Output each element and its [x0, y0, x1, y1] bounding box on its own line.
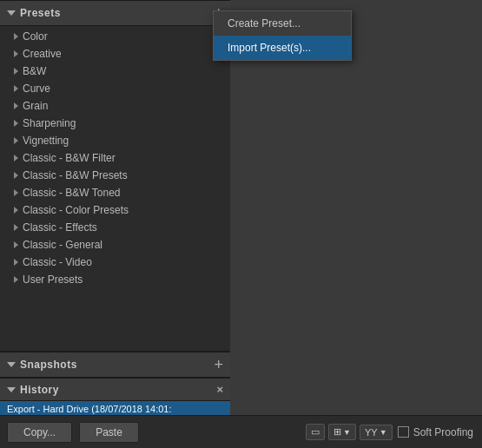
copy-button[interactable]: Copy...	[7, 422, 72, 443]
preset-expand-icon	[14, 207, 18, 214]
left-panel: Presets + ColorCreativeB&WCurveGrainShar…	[0, 0, 230, 448]
snapshots-title: Snapshots	[20, 359, 77, 371]
snapshots-collapse-icon	[7, 362, 16, 367]
preset-item[interactable]: Color	[0, 28, 230, 45]
preset-expand-icon	[14, 68, 18, 75]
preset-item[interactable]: Classic - Effects	[0, 219, 230, 236]
preset-item-label: Sharpening	[23, 117, 76, 129]
preset-item[interactable]: Grain	[0, 97, 230, 115]
preset-expand-icon	[14, 120, 18, 127]
context-menu: Create Preset...Import Preset(s)...	[213, 10, 352, 61]
preset-item-label: Grain	[23, 100, 48, 112]
preset-expand-icon	[14, 137, 18, 144]
toolbar-icons: ▭ ⊞ ▼ YY ▼	[306, 424, 393, 440]
presets-collapse-icon	[7, 10, 16, 16]
rect-view-button[interactable]: ▭	[306, 424, 325, 440]
preset-item[interactable]: Creative	[0, 45, 230, 63]
preset-item-label: Color	[23, 30, 48, 43]
preset-expand-icon	[14, 259, 18, 266]
grid-icon: ⊞	[333, 426, 341, 438]
preset-expand-icon	[14, 224, 18, 231]
preset-item-label: Classic - Color Presets	[23, 204, 129, 216]
preset-expand-icon	[14, 85, 18, 92]
right-panel	[230, 0, 482, 448]
preset-item-label: User Presets	[23, 273, 83, 286]
presets-title: Presets	[20, 7, 61, 19]
preset-item[interactable]: Classic - General	[0, 236, 230, 254]
preset-expand-icon	[14, 155, 18, 161]
rect-icon: ▭	[311, 426, 320, 438]
soft-proofing-label: Soft Proofing	[413, 426, 473, 438]
compare-icon: YY	[365, 427, 378, 438]
history-collapse-icon	[7, 387, 16, 392]
history-header-left: History	[7, 384, 59, 396]
preset-expand-icon	[14, 241, 18, 248]
preset-item-label: Classic - General	[23, 239, 102, 251]
preset-expand-icon	[14, 102, 18, 109]
snapshots-header-left: Snapshots	[7, 359, 77, 371]
preset-item-label: Classic - B&W Presets	[23, 169, 128, 181]
preset-expand-icon	[14, 276, 18, 283]
grid-view-button[interactable]: ⊞ ▼	[328, 424, 356, 440]
snapshots-section-header[interactable]: Snapshots +	[0, 352, 230, 378]
soft-proofing-toggle[interactable]: Soft Proofing	[398, 426, 473, 438]
history-close-button[interactable]: ×	[216, 383, 223, 396]
preset-item-label: Vignetting	[23, 135, 69, 147]
preset-item[interactable]: Classic - Color Presets	[0, 201, 230, 219]
preset-item[interactable]: Sharpening	[0, 115, 230, 132]
preset-item-label: Curve	[23, 82, 50, 95]
preset-item-label: B&W	[23, 65, 46, 77]
soft-proofing-checkbox[interactable]	[398, 426, 409, 438]
paste-button[interactable]: Paste	[79, 422, 139, 443]
dropdown-arrow-icon: ▼	[343, 428, 351, 437]
snapshots-add-button[interactable]: +	[214, 357, 223, 372]
preset-item[interactable]: Classic - B&W Presets	[0, 167, 230, 184]
history-title: History	[20, 384, 59, 396]
soft-proofing-bar: ▭ ⊞ ▼ YY ▼ Soft Proofing	[230, 415, 482, 448]
context-menu-item-0[interactable]: Create Preset...	[214, 11, 351, 36]
preset-item-label: Creative	[23, 48, 62, 60]
preset-item[interactable]: Vignetting	[0, 132, 230, 149]
preset-item-label: Classic - B&W Filter	[23, 152, 116, 164]
preset-item[interactable]: B&W	[0, 63, 230, 80]
compare-dropdown-icon: ▼	[380, 428, 387, 437]
presets-section-header[interactable]: Presets +	[0, 0, 230, 26]
context-menu-item-1[interactable]: Import Preset(s)...	[214, 36, 351, 60]
preset-item[interactable]: Curve	[0, 80, 230, 97]
preset-expand-icon	[14, 189, 18, 196]
snapshots-section: Snapshots +	[0, 351, 230, 378]
preset-item-label: Classic - Video	[23, 256, 92, 268]
preset-expand-icon	[14, 172, 18, 179]
bottom-bar: Copy... Paste	[0, 415, 230, 448]
preset-expand-icon	[14, 50, 18, 57]
history-header: History ×	[0, 379, 230, 401]
preset-item[interactable]: Classic - B&W Toned	[0, 184, 230, 201]
preset-expand-icon	[14, 33, 18, 40]
presets-list: ColorCreativeB&WCurveGrainSharpeningVign…	[0, 26, 230, 351]
presets-header-left: Presets	[7, 7, 61, 19]
preset-item[interactable]: Classic - B&W Filter	[0, 149, 230, 167]
compare-view-button[interactable]: YY ▼	[360, 425, 393, 440]
history-item-name: Export - Hard Drive (18/07/2018 14:01:	[7, 404, 223, 414]
preset-item[interactable]: User Presets	[0, 271, 230, 288]
preset-item-label: Classic - Effects	[23, 221, 97, 234]
preset-item-label: Classic - B&W Toned	[23, 187, 120, 199]
preset-item[interactable]: Classic - Video	[0, 254, 230, 271]
